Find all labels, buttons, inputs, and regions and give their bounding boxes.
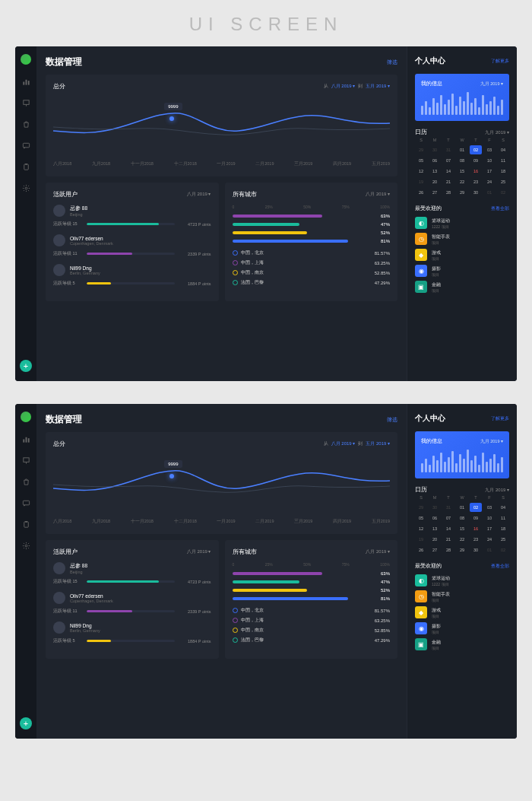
popular-item[interactable]: ◆ 游戏项目 <box>415 606 509 618</box>
calendar-day[interactable]: 28 <box>442 545 454 555</box>
calendar-day[interactable]: 01 <box>483 545 496 555</box>
calendar-day[interactable]: 15 <box>456 524 468 533</box>
popular-item[interactable]: ◆ 游戏项目 <box>415 249 509 261</box>
calendar-day[interactable]: 22 <box>456 177 468 186</box>
user-item[interactable]: Oliv77 edersenCopenhagen, Denmark <box>53 592 211 604</box>
calendar-day[interactable]: 05 <box>415 513 427 523</box>
calendar-day[interactable]: 21 <box>442 177 454 186</box>
calendar-day[interactable]: 26 <box>415 188 427 197</box>
calendar-day[interactable]: 08 <box>456 156 468 165</box>
fab-add-button[interactable]: + <box>20 717 32 729</box>
sidebar-avatar[interactable] <box>21 54 31 65</box>
calendar-day[interactable]: 30 <box>429 145 441 154</box>
calendar-day[interactable]: 30 <box>429 503 441 512</box>
calendar-day[interactable]: 31 <box>442 145 454 154</box>
shopping-bag-icon[interactable] <box>21 119 30 129</box>
calendar-day[interactable]: 25 <box>497 177 509 186</box>
popular-item[interactable]: ◷ 智能手表项目 <box>415 233 509 245</box>
calendar-day[interactable]: 29 <box>415 145 427 154</box>
calendar-day[interactable]: 11 <box>497 513 509 523</box>
calendar-day[interactable]: 19 <box>415 535 427 544</box>
calendar-day[interactable]: 10 <box>483 156 496 165</box>
view-all-link[interactable]: 查看全部 <box>491 563 509 570</box>
calendar-day[interactable]: 29 <box>456 545 468 555</box>
popular-item[interactable]: ◐ 篮球运动1222 项目 <box>415 217 509 229</box>
range-to[interactable]: 五月 2019 ▾ <box>366 440 390 447</box>
calendar-day[interactable]: 14 <box>442 524 454 533</box>
my-info-card[interactable]: 我的信息 九月 2019 ▾ <box>415 74 509 121</box>
view-all-link[interactable]: 查看全部 <box>491 205 509 212</box>
filter-link[interactable]: 筛选 <box>387 59 397 66</box>
calendar-day[interactable]: 02 <box>470 145 482 154</box>
calendar-date[interactable]: 九月 2019 ▾ <box>485 487 509 494</box>
calendar-day[interactable]: 02 <box>470 503 482 512</box>
user-item[interactable]: Oliv77 edersenCopenhagen, Denmark <box>53 234 211 246</box>
range-from[interactable]: 八月 2019 ▾ <box>331 440 356 447</box>
calendar-day[interactable]: 04 <box>497 145 509 154</box>
calendar-day[interactable]: 18 <box>497 524 509 533</box>
shopping-bag-icon[interactable] <box>21 477 30 486</box>
sidebar-avatar[interactable] <box>21 412 31 422</box>
calendar-day[interactable]: 15 <box>456 167 468 176</box>
calendar-day[interactable]: 21 <box>442 535 454 544</box>
user-item[interactable]: Nil99 DngBerlin, Germany <box>53 264 211 276</box>
calendar-day[interactable]: 26 <box>415 545 427 555</box>
calendar-day[interactable]: 07 <box>442 156 454 165</box>
calendar-day[interactable]: 12 <box>415 524 427 533</box>
calendar-day[interactable]: 14 <box>442 167 454 176</box>
cities-date[interactable]: 八月 2019 ▾ <box>366 548 390 555</box>
calendar-day[interactable]: 01 <box>456 503 468 512</box>
user-item[interactable]: Nil99 DngBerlin, Germany <box>53 621 211 634</box>
active-users-date[interactable]: 八月 2019 ▾ <box>187 191 211 198</box>
calendar-day[interactable]: 28 <box>442 188 454 197</box>
popular-item[interactable]: ▣ 金融项目 <box>415 638 509 650</box>
filter-link[interactable]: 筛选 <box>387 416 397 424</box>
chart-bar-icon[interactable] <box>21 434 30 443</box>
cities-date[interactable]: 八月 2019 ▾ <box>366 191 390 198</box>
calendar-day[interactable]: 27 <box>429 545 441 555</box>
calendar-day[interactable]: 17 <box>483 167 496 176</box>
calendar-day[interactable]: 24 <box>483 177 496 186</box>
chart-bar-icon[interactable] <box>21 77 30 86</box>
user-item[interactable]: 忌参 88Beijing <box>53 205 211 217</box>
calendar-day[interactable]: 27 <box>429 188 441 197</box>
calendar-day[interactable]: 22 <box>456 535 468 544</box>
calendar-day[interactable]: 19 <box>415 177 427 186</box>
calendar-day[interactable]: 16 <box>470 524 482 533</box>
clipboard-icon[interactable] <box>21 162 30 171</box>
learn-more-link[interactable]: 了解更多 <box>491 58 509 65</box>
calendar-day[interactable]: 13 <box>429 524 441 533</box>
calendar-day[interactable]: 17 <box>483 524 496 533</box>
calendar-day[interactable]: 02 <box>497 188 509 197</box>
chat-icon[interactable] <box>21 141 30 150</box>
active-users-date[interactable]: 八月 2019 ▾ <box>187 548 211 555</box>
calendar-day[interactable]: 08 <box>456 513 468 523</box>
calendar-day[interactable]: 01 <box>483 188 496 197</box>
chat-icon[interactable] <box>21 498 30 507</box>
calendar-day[interactable]: 23 <box>470 177 482 186</box>
calendar-day[interactable]: 30 <box>470 545 482 555</box>
settings-icon[interactable] <box>21 541 30 550</box>
presentation-icon[interactable] <box>21 98 30 107</box>
calendar-day[interactable]: 16 <box>470 167 482 176</box>
calendar-day[interactable]: 20 <box>429 177 441 186</box>
calendar-day[interactable]: 05 <box>415 156 427 165</box>
learn-more-link[interactable]: 了解更多 <box>491 415 509 422</box>
calendar-day[interactable]: 24 <box>483 535 496 544</box>
calendar-day[interactable]: 18 <box>497 167 509 176</box>
settings-icon[interactable] <box>21 183 30 192</box>
calendar-day[interactable]: 07 <box>442 513 454 523</box>
my-info-card[interactable]: 我的信息 九月 2019 ▾ <box>415 431 509 478</box>
calendar-day[interactable]: 29 <box>456 188 468 197</box>
popular-item[interactable]: ▣ 金融项目 <box>415 281 509 293</box>
fab-add-button[interactable]: + <box>20 360 32 372</box>
calendar-day[interactable]: 04 <box>497 503 509 512</box>
calendar-day[interactable]: 30 <box>470 188 482 197</box>
calendar-day[interactable]: 31 <box>442 503 454 512</box>
popular-item[interactable]: ◉ 摄影项目 <box>415 622 509 634</box>
calendar-day[interactable]: 06 <box>429 513 441 523</box>
calendar-day[interactable]: 10 <box>483 513 496 523</box>
calendar-day[interactable]: 09 <box>470 513 482 523</box>
calendar-day[interactable]: 23 <box>470 535 482 544</box>
calendar-day[interactable]: 03 <box>483 503 496 512</box>
